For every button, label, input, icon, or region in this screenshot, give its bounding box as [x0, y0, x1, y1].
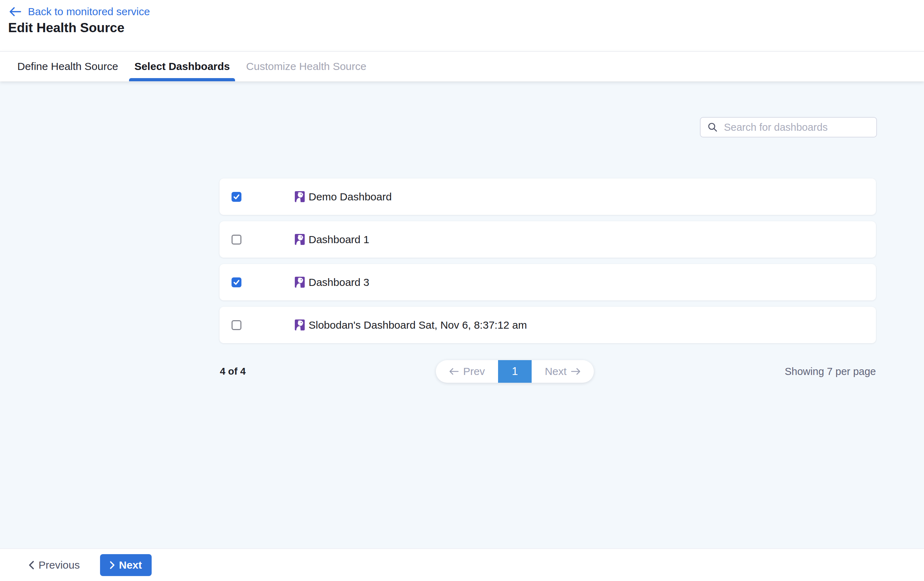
- dashboard-row[interactable]: Dashboard 3: [219, 264, 876, 300]
- dashboard-list: Demo Dashboard Dashboard 1: [219, 178, 876, 350]
- dashboard-search-box[interactable]: [700, 117, 877, 137]
- pager-next-label: Next: [545, 365, 567, 378]
- datadog-icon: [295, 234, 305, 245]
- datadog-icon: [295, 320, 305, 330]
- pager: Prev 1 Next: [436, 360, 594, 383]
- arrow-left-icon: [449, 368, 459, 375]
- dashboard-name: Dashboard 3: [309, 276, 370, 288]
- pager-prev-label: Prev: [463, 365, 485, 378]
- page-title: Edit Health Source: [8, 20, 124, 35]
- pagination-row: 4 of 4 Prev 1 Next Showing 7 per page: [219, 360, 876, 383]
- pager-next-button[interactable]: Next: [531, 360, 594, 383]
- checkmark-icon: [233, 279, 240, 286]
- dashboard-checkbox[interactable]: [231, 320, 241, 330]
- back-arrow-icon: [9, 7, 21, 17]
- wizard-tabbar: Define Health Source Select Dashboards C…: [0, 51, 924, 81]
- dashboard-name: Demo Dashboard: [309, 191, 392, 203]
- dashboard-row[interactable]: Slobodan's Dashboard Sat, Nov 6, 8:37:12…: [219, 307, 876, 343]
- previous-button-label: Previous: [38, 559, 80, 571]
- tab-select-dashboards[interactable]: Select Dashboards: [134, 51, 230, 81]
- dashboard-checkbox[interactable]: [231, 234, 241, 244]
- back-to-monitored-service-link[interactable]: Back to monitored service: [9, 6, 150, 18]
- dashboard-name: Dashboard 1: [309, 234, 370, 246]
- datadog-icon: [295, 191, 305, 202]
- checkmark-icon: [233, 193, 240, 201]
- pager-page-1[interactable]: 1: [498, 360, 531, 383]
- wizard-footer: Previous Next: [0, 548, 924, 581]
- pager-prev-button[interactable]: Prev: [436, 360, 498, 383]
- dashboard-name: Slobodan's Dashboard Sat, Nov 6, 8:37:12…: [309, 319, 527, 331]
- search-input[interactable]: [724, 122, 870, 133]
- result-count: 4 of 4: [220, 360, 246, 383]
- tab-define-health-source[interactable]: Define Health Source: [17, 51, 118, 81]
- dashboard-row[interactable]: Demo Dashboard: [219, 178, 876, 215]
- next-button-label: Next: [119, 559, 142, 571]
- datadog-icon: [295, 277, 305, 288]
- per-page-label: Showing 7 per page: [785, 360, 876, 383]
- back-link-label: Back to monitored service: [28, 6, 150, 18]
- previous-button[interactable]: Previous: [28, 559, 80, 571]
- chevron-right-icon: [110, 561, 115, 570]
- dashboard-checkbox[interactable]: [231, 277, 241, 287]
- chevron-left-icon: [28, 560, 35, 570]
- search-icon: [707, 122, 718, 133]
- dashboard-row[interactable]: Dashboard 1: [219, 221, 876, 257]
- next-button[interactable]: Next: [100, 554, 152, 576]
- tab-customize-health-source[interactable]: Customize Health Source: [246, 51, 366, 81]
- page-header: Back to monitored service Edit Health So…: [0, 0, 924, 51]
- select-dashboards-panel: DATADOG DASHBOARDS + Manually input quer…: [0, 82, 924, 548]
- arrow-right-icon: [571, 368, 581, 375]
- dashboard-checkbox[interactable]: [231, 192, 241, 202]
